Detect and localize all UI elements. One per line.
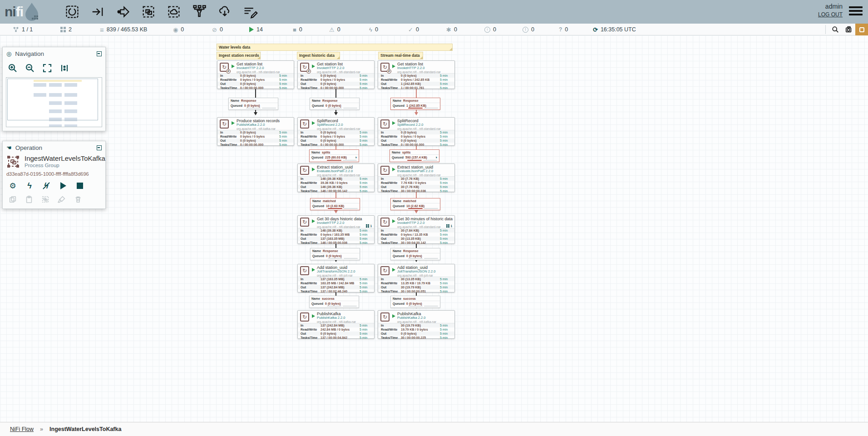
zoom-in-button[interactable]: [7, 63, 18, 74]
processor[interactable]: ↻ Get 30 days historic dataInvokeHTTP 2.…: [297, 215, 375, 244]
stat-window: 5 min: [360, 139, 374, 142]
processor[interactable]: ↻P Get station listInvokeHTTP 2.2.0org.a…: [297, 60, 375, 89]
start-button[interactable]: [59, 181, 68, 190]
connection-label[interactable]: Namesplits Queued225 (60.03 KB)◑: [309, 149, 359, 162]
current-user: admin: [818, 3, 843, 10]
stat-value: 30 / 00:00:00.036: [401, 189, 440, 193]
canvas-label[interactable]: Ingest historic data: [297, 52, 340, 59]
stat-window: 5 min: [360, 143, 374, 146]
connection-label[interactable]: NameResponse Queued0 (0 bytes): [390, 248, 440, 260]
color-button[interactable]: [57, 195, 66, 204]
processor[interactable]: ↻ Add station_uuidJoltTransformJSON 2.2.…: [297, 264, 375, 292]
delete-button[interactable]: [74, 195, 83, 204]
stat-window: 5 min: [360, 282, 374, 285]
processor[interactable]: ↻ Produce station recordsPublishKafka 2.…: [217, 117, 294, 146]
stat-value: 30 (19.79 KB): [401, 286, 440, 289]
refresh-icon[interactable]: ⟳: [593, 26, 598, 33]
process-group-icon[interactable]: [141, 4, 156, 20]
status-connected-nodes: 1 / 1: [13, 24, 33, 35]
output-port-icon[interactable]: [115, 4, 131, 20]
input-port-icon[interactable]: [90, 4, 105, 20]
canvas-label[interactable]: Water levels data: [217, 44, 453, 51]
global-menu-icon[interactable]: [849, 6, 863, 17]
zoom-out-button[interactable]: [25, 63, 35, 74]
processor[interactable]: ↻ PublishKafkaPublishKafka 2.2.0org.apac…: [297, 310, 375, 339]
connection-label[interactable]: Namesuccess Queued0 (0 bytes): [309, 296, 359, 308]
stat-label: Read/Write: [301, 78, 321, 81]
stat-value: 0 (0 bytes): [240, 74, 279, 77]
processor-icon: ↻P: [300, 63, 309, 72]
stat-window: 5 min: [279, 86, 294, 89]
label-icon[interactable]: [242, 4, 258, 20]
stat-label: In: [301, 74, 321, 77]
threads-grid-icon: [60, 27, 66, 32]
connection-label[interactable]: NameResponse Queued1 (242.85 KB): [390, 98, 440, 110]
processor-icon: ↻: [300, 119, 309, 129]
status-running: 14: [249, 24, 263, 35]
processor[interactable]: ↻P Get station listInvokeHTTP 2.2.0org.a…: [378, 60, 455, 89]
stat-label: In: [220, 131, 240, 134]
stat-window: 5 min: [360, 286, 374, 289]
stat-value: 0 (0 bytes): [401, 131, 440, 134]
camera-button[interactable]: [843, 24, 855, 35]
search-icon: [832, 26, 839, 33]
breadcrumb-root-link[interactable]: NiFi Flow: [10, 426, 34, 432]
search-button[interactable]: [829, 24, 842, 35]
stat-label: Out: [381, 82, 401, 85]
remote-process-group-icon[interactable]: [166, 4, 182, 20]
nifi-droplet-icon: [23, 2, 40, 22]
connection-label[interactable]: Namematched Queued10 (2.62 KB): [390, 198, 440, 210]
template-download-icon[interactable]: [217, 4, 232, 20]
stat-window: 5 min: [360, 177, 374, 180]
processor[interactable]: ↻P Get station listInvokeHTTP 2.2.0org.a…: [217, 60, 294, 89]
connection-label[interactable]: Namesuccess Queued0 (0 bytes): [390, 296, 440, 308]
canvas-label[interactable]: Stream real-time data: [378, 52, 423, 59]
processor[interactable]: ↻ Get 30 minutes of historic dataInvokeH…: [378, 215, 455, 244]
connection-label[interactable]: NameResponse Queued0 (0 bytes): [310, 98, 360, 110]
paste-button[interactable]: [25, 195, 34, 204]
actual-size-button[interactable]: [59, 63, 70, 74]
enable-button[interactable]: ϟ: [25, 181, 34, 190]
processor[interactable]: ↻ Extract station_uuidEvaluateJsonPath 2…: [378, 164, 455, 192]
stat-value: 30 (19.79 KB): [401, 324, 440, 327]
birdseye-minimap[interactable]: [6, 77, 102, 127]
stat-window: 5 min: [360, 82, 374, 85]
collapse-panel-icon[interactable]: [97, 51, 102, 56]
processor[interactable]: ↻ Add station_uuidJoltTransformJSON 2.2.…: [378, 264, 455, 292]
zoom-fit-button[interactable]: [42, 63, 53, 74]
stop-button[interactable]: [75, 181, 84, 190]
disable-button[interactable]: ϟ: [42, 181, 51, 190]
stat-label: Out: [301, 185, 321, 188]
stat-window: 5 min: [360, 78, 374, 81]
processor-icon[interactable]: [64, 4, 80, 20]
processor-bundle: org.apache.nifi - nifi-standard-nar: [317, 70, 374, 74]
question-icon: ?: [559, 27, 562, 32]
stat-label: Tasks/Time: [381, 189, 401, 193]
panel-toggle-button[interactable]: [855, 24, 868, 35]
processor-bundle: org.apache.nifi - nifi-standard-nar: [317, 127, 374, 130]
flow-canvas[interactable]: Water levels data Ingest station records…: [0, 35, 868, 422]
processor[interactable]: ↻ PublishKafkaPublishKafka 2.2.0org.apac…: [378, 310, 455, 339]
status-transmitting: ◉0: [173, 24, 184, 35]
status-not-transmitting: ⊘0: [212, 24, 223, 35]
copy-button[interactable]: [8, 195, 17, 204]
stat-window: 5 min: [440, 74, 454, 77]
stat-value: 0 / 00:00:00.000: [401, 143, 440, 146]
processor[interactable]: ↻ SplitRecordSplitRecord 2.2.0org.apache…: [378, 117, 455, 146]
processor[interactable]: ↻ SplitRecordSplitRecord 2.2.0org.apache…: [297, 117, 375, 146]
processor[interactable]: ↻ Extract station_uuidEvaluateJsonPath 2…: [297, 164, 375, 192]
canvas-label[interactable]: Ingest station records: [217, 52, 261, 59]
connection-label[interactable]: NameResponse Queued0 (0 bytes): [228, 98, 278, 110]
configure-button[interactable]: ⚙: [8, 181, 17, 190]
stat-value: 0 bytes / 0 bytes: [240, 135, 279, 138]
collapse-panel-icon[interactable]: [97, 145, 102, 150]
connection-label[interactable]: Namematched Queued10 (2.63 KB): [310, 198, 360, 210]
funnel-icon[interactable]: [192, 4, 207, 20]
group-button[interactable]: [41, 195, 50, 204]
connection-label[interactable]: NameResponse Queued0 (0 bytes): [310, 248, 360, 260]
logout-link[interactable]: LOG OUT: [818, 11, 843, 18]
connection-label[interactable]: Namesplits Queued593 (157.4 KB)◑: [390, 149, 439, 162]
stat-value: 146 (39.36 KB): [321, 185, 360, 188]
stat-label: In: [301, 177, 321, 180]
minimap-viewport[interactable]: [7, 79, 98, 120]
